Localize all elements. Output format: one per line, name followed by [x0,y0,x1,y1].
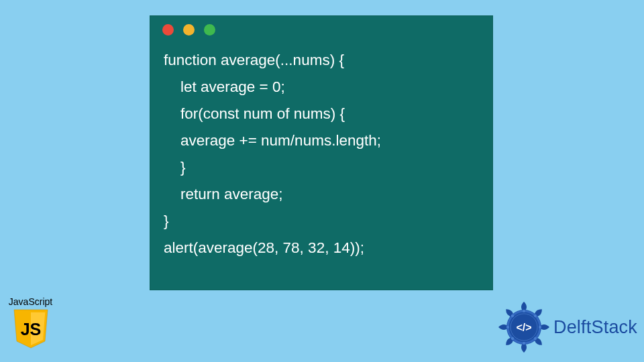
delft-tag: </> [516,322,531,333]
svg-point-8 [523,342,525,345]
js-letters: JS [20,320,41,339]
javascript-shield-icon: JS [13,308,49,350]
delftstack-brand: DelftStack [553,317,637,338]
maximize-icon[interactable] [204,24,215,36]
code-line: alert(average(28, 78, 32, 14)); [164,239,364,256]
javascript-badge: JavaScript JS [5,296,56,353]
svg-point-6 [539,326,541,328]
code-line: for(const num of nums) { [164,105,345,122]
code-line: let average = 0; [164,78,285,95]
javascript-label: JavaScript [5,296,56,307]
code-line: average += num/nums.length; [164,132,381,149]
svg-point-4 [523,310,525,312]
svg-point-10 [506,326,509,328]
code-line: function average(...nums) { [164,52,344,68]
delftstack-badge: </> DelftStack [497,300,637,354]
code-line: return average; [164,186,283,202]
window-titlebar [150,16,492,43]
delftstack-rosette-icon: </> [497,300,551,354]
code-window: function average(...nums) { let average … [150,15,493,290]
minimize-icon[interactable] [183,24,195,36]
close-icon[interactable] [162,24,174,36]
code-line: } [164,159,186,176]
code-line: } [164,213,169,229]
code-block: function average(...nums) { let average … [150,43,492,261]
